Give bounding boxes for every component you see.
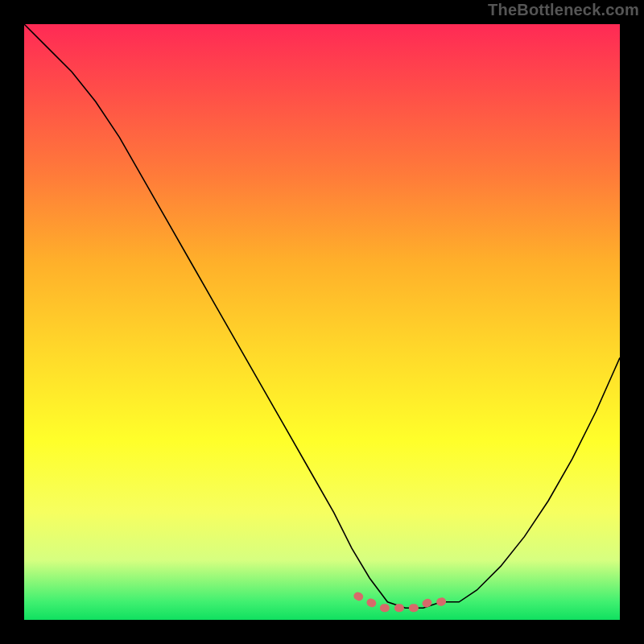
plot-area [24,24,620,620]
curve-svg [24,24,620,620]
chart-frame: TheBottleneck.com [0,0,644,644]
watermark-text: TheBottleneck.com [488,1,639,19]
sweet-spot-marker-line [357,596,452,608]
bottleneck-curve-line [24,24,620,608]
